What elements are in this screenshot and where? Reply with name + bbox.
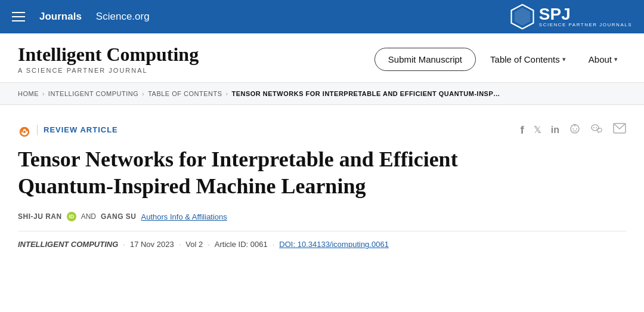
svg-point-11: [596, 127, 597, 128]
journal-title[interactable]: Intelligent Computing: [18, 44, 199, 65]
breadcrumb-journal[interactable]: INTELLIGENT COMPUTING: [48, 90, 138, 97]
meta-sep-4: ·: [273, 240, 275, 249]
breadcrumb: HOME › INTELLIGENT COMPUTING › TABLE OF …: [0, 83, 644, 105]
meta-sep-1: ·: [123, 240, 125, 249]
journal-title-block: Intelligent Computing A SCIENCE PARTNER …: [18, 44, 199, 74]
spj-logo: SPJ SCIENCE PARTNER JOURNALS: [509, 4, 632, 30]
author-2[interactable]: GANG SU: [101, 212, 137, 221]
doi-link[interactable]: DOI: 10.34133/icomputing.0061: [279, 240, 389, 249]
journals-link[interactable]: Journals: [39, 11, 82, 23]
breadcrumb-home[interactable]: HOME: [18, 90, 39, 97]
and-separator: AND: [81, 212, 96, 221]
meta-sep-3: ·: [208, 240, 210, 249]
authors-row: SHI-JU RAN iD AND GANG SU Authors Info &…: [18, 212, 626, 221]
hamburger-menu[interactable]: [12, 12, 25, 21]
breadcrumb-sep-3: ›: [226, 91, 228, 97]
journal-header: Intelligent Computing A SCIENCE PARTNER …: [0, 33, 644, 83]
meta-vol: Vol 2: [185, 240, 203, 249]
facebook-share-icon[interactable]: f: [520, 123, 524, 137]
article-title: Tensor Networks for Interpretable and Ef…: [18, 146, 507, 200]
table-of-contents-link[interactable]: Table of Contents ▾: [482, 48, 574, 70]
share-icons-row: f 𝕏 in: [520, 122, 626, 138]
science-link[interactable]: Science.org: [96, 11, 150, 23]
submit-manuscript-button[interactable]: Submit Manuscript: [374, 48, 476, 71]
article-top-row: REVIEW ARTICLE f 𝕏 in: [18, 122, 626, 138]
breadcrumb-sep-2: ›: [142, 91, 144, 97]
spj-hex-icon: [509, 4, 535, 30]
meta-date: 17 Nov 2023: [130, 240, 174, 249]
wechat-share-icon[interactable]: [590, 122, 603, 138]
svg-point-3: [23, 131, 26, 133]
spj-logo-text: SPJ SCIENCE PARTNER JOURNALS: [539, 6, 632, 27]
breadcrumb-article: TENSOR NETWORKS FOR INTERPRETABLE AND EF…: [231, 90, 500, 97]
spj-acronym: SPJ: [539, 6, 571, 23]
authors-info-link[interactable]: Authors Info & Affiliations: [141, 212, 227, 221]
about-chevron-icon: ▾: [614, 55, 618, 63]
article-type-label: REVIEW ARTICLE: [44, 125, 118, 134]
nav-left: Journals Science.org: [12, 11, 150, 23]
svg-point-5: [572, 128, 574, 129]
svg-point-6: [576, 128, 577, 129]
reddit-share-icon[interactable]: [569, 122, 581, 137]
top-navbar: Journals Science.org SPJ SCIENCE PARTNER…: [0, 0, 644, 33]
article-meta-row: INTELLIGENT COMPUTING · 17 Nov 2023 · Vo…: [18, 231, 626, 249]
svg-point-10: [593, 127, 595, 128]
author-1[interactable]: SHI-JU RAN: [18, 212, 62, 221]
meta-journal: INTELLIGENT COMPUTING: [18, 240, 118, 249]
breadcrumb-sep-1: ›: [42, 91, 45, 97]
email-share-icon[interactable]: [613, 123, 626, 137]
meta-article-id: Article ID: 0061: [215, 240, 268, 249]
svg-point-7: [574, 124, 576, 126]
svg-point-9: [592, 125, 599, 131]
svg-marker-1: [515, 8, 530, 26]
breadcrumb-toc[interactable]: TABLE OF CONTENTS: [148, 90, 222, 97]
toc-chevron-icon: ▾: [562, 55, 566, 63]
about-link[interactable]: About ▾: [580, 48, 626, 70]
type-divider: [37, 125, 38, 135]
journal-nav: Submit Manuscript Table of Contents ▾ Ab…: [374, 48, 626, 71]
article-area: REVIEW ARTICLE f 𝕏 in Tensor Networks fo…: [0, 105, 644, 261]
linkedin-share-icon[interactable]: in: [551, 125, 559, 135]
meta-sep-2: ·: [179, 240, 181, 249]
twitter-share-icon[interactable]: 𝕏: [534, 124, 541, 135]
spj-full-name: SCIENCE PARTNER JOURNALS: [539, 23, 632, 27]
open-access-icon: [18, 123, 31, 137]
journal-subtitle: A SCIENCE PARTNER JOURNAL: [18, 67, 199, 74]
orcid-icon[interactable]: iD: [67, 212, 76, 221]
article-type-row: REVIEW ARTICLE: [18, 123, 118, 137]
